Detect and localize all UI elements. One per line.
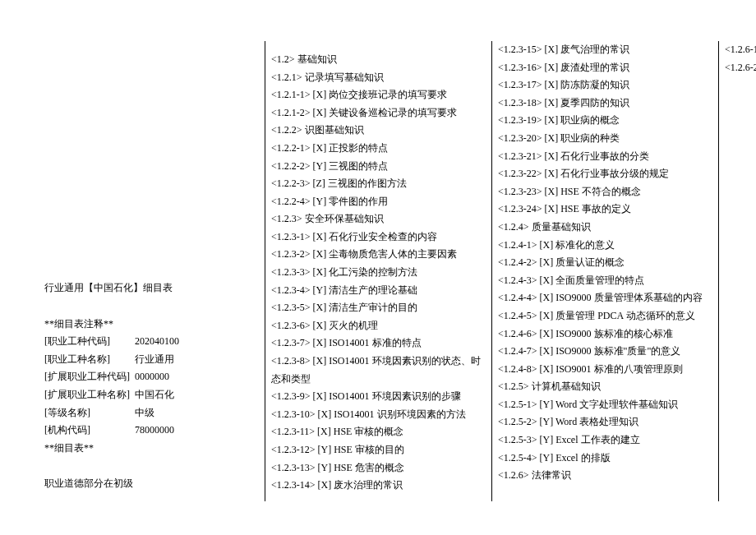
notes-label: **细目表注释**: [44, 316, 258, 334]
list-item: <1.2.3-20> [X] 职业病的种类: [498, 130, 712, 148]
list-item: <1.2.2-3> [Z] 三视图的作图方法: [271, 175, 485, 193]
field-label: [职业工种代码]: [44, 333, 135, 351]
list-item: <1.2.3-22> [X] 石化行业事故分级的规定: [498, 165, 712, 183]
field-row: [等级名称] 中级: [44, 404, 258, 422]
field-label: [等级名称]: [44, 404, 135, 422]
list-item: <1.2.5> 计算机基础知识: [498, 378, 712, 396]
list-item: <1.2.2-4> [Y] 零件图的作用: [271, 193, 485, 211]
field-row: [机构代码] 78000000: [44, 422, 258, 440]
list-item: <1.2.1-1> [X] 岗位交接班记录的填写要求: [271, 86, 485, 104]
list-item: <1.2.3-18> [X] 夏季四防的知识: [498, 95, 712, 113]
list-item: <1.2.3-15> [X] 废气治理的常识: [498, 41, 712, 59]
list-item: <1.2.3-1> [X] 石化行业安全检查的内容: [271, 228, 485, 247]
field-row: [扩展职业工种代码] 0000000: [44, 368, 258, 386]
list-item: <1.2.3-17> [X] 防冻防凝的知识: [498, 76, 712, 95]
list-item: <1.2.3-9> [X] ISO14001 环境因素识别的步骤: [271, 388, 485, 406]
list-item: <1.2.2-1> [X] 正投影的特点: [271, 140, 485, 158]
field-value: 78000000: [135, 422, 258, 440]
list-item: <1.2.5-4> [Y] Excel 的排版: [498, 450, 712, 468]
list-item: <1.2.5-3> [Y] Excel 工作表的建立: [498, 431, 712, 450]
list-item: <1.2.3-2> [X] 尘毒物质危害人体的主要因素: [271, 246, 485, 264]
list-item: <1.2.3-3> [X] 化工污染的控制方法: [271, 264, 485, 282]
field-label: [扩展职业工种代码]: [44, 368, 135, 386]
list-item: <1.2.5-2> [Y] Word 表格处理知识: [498, 413, 712, 431]
list-item: <1.2.4> 质量基础知识: [498, 219, 712, 237]
list-item: <1.2.4-2> [X] 质量认证的概念: [498, 254, 712, 272]
field-row: [职业工种代码] 202040100: [44, 333, 258, 351]
list-item: <1.2.4-8> [X] ISO9001 标准的八项管理原则: [498, 361, 712, 379]
list-item: <1.2.3-16> [X] 废渣处理的常识: [498, 59, 712, 77]
list-item: <1.2.2> 识图基础知识: [271, 122, 485, 140]
field-value: 0000000: [135, 368, 258, 386]
list-item: <1.2.3-23> [X] HSE 不符合的概念: [498, 183, 712, 201]
field-label: [扩展职业工种名称]: [44, 386, 135, 404]
list-item: <1.2.6-1> [Y] 合同的形式: [725, 41, 756, 59]
list-item: <1.2.4-4> [X] ISO9000 质量管理体系基础的内容: [498, 289, 712, 307]
list-item: <1.2.3-11> [X] HSE 审核的概念: [271, 423, 485, 441]
list-item: <1.2.4-1> [X] 标准化的意义: [498, 237, 712, 255]
page-title: 行业通用【中国石化】细目表: [44, 279, 258, 297]
list-item: <1.2.3-7> [X] ISO14001 标准的特点: [271, 334, 485, 353]
list-item: <1.2.1-2> [X] 关键设备巡检记录的填写要求: [271, 104, 485, 122]
list-item: <1.2.4-7> [X] ISO9000 族标准"质量"的意义: [498, 343, 712, 361]
list-item: <1.2.3> 安全环保基础知识: [271, 210, 485, 228]
field-value: 中级: [135, 404, 258, 422]
field-value: 202040100: [135, 333, 258, 351]
list-item: <1.2> 基础知识: [271, 51, 485, 69]
document-body: 行业通用【中国石化】细目表 **细目表注释** [职业工种代码] 2020401…: [44, 41, 712, 501]
list-item: <1.2.4-3> [X] 全面质量管理的特点: [498, 272, 712, 290]
list-item: <1.2.3-8> [X] ISO14001 环境因素识别的状态、时态和类型: [271, 353, 485, 388]
list-item: <1.2.1> 记录填写基础知识: [271, 69, 485, 87]
list-item: <1.2.5-1> [Y] Word 文字处理软件基础知识: [498, 396, 712, 414]
field-value: 中国石化: [135, 386, 258, 404]
list-item: <1.2.2-2> [Y] 三视图的特点: [271, 158, 485, 176]
field-row: [扩展职业工种名称] 中国石化: [44, 386, 258, 404]
list-item: <1.2.4-6> [X] ISO9000 族标准的核心标准: [498, 325, 712, 344]
list-item: <1.2.3-6> [X] 灭火的机理: [271, 317, 485, 335]
list-item: <1.2.3-4> [Y] 清洁生产的理论基础: [271, 282, 485, 300]
list-item: <1.2.3-24> [X] HSE 事故的定义: [498, 201, 712, 219]
list-item: <1.2.3-14> [X] 废水治理的常识: [271, 477, 485, 495]
field-label: [机构代码]: [44, 422, 135, 440]
list-item: <1.2.4-5> [X] 质量管理 PDCA 动态循环的意义: [498, 307, 712, 325]
list-item: <1.2.3-13> [Y] HSE 危害的概念: [271, 459, 485, 477]
list-item: <1.2.3-10> [X] ISO14001 识别环境因素的方法: [271, 406, 485, 424]
list-item: <1.2.3-19> [X] 职业病的概念: [498, 112, 712, 130]
list-item: <1.2.3-21> [X] 石化行业事故的分类: [498, 148, 712, 166]
part-title: 职业道德部分在初级: [44, 475, 258, 493]
list-item: <1.2.3-12> [Y] HSE 审核的目的: [271, 441, 485, 459]
list-item: <1.2.6-2> [Z] 合同法关于无效合同的规定: [725, 59, 756, 77]
field-row: [职业工种名称] 行业通用: [44, 351, 258, 369]
field-value: 行业通用: [135, 351, 258, 369]
field-label: [职业工种名称]: [44, 351, 135, 369]
section-marker: **细目表**: [44, 440, 258, 458]
list-item: <1.2.3-5> [X] 清洁生产审计的目的: [271, 299, 485, 317]
list-item: <1.2.6> 法律常识: [498, 467, 712, 485]
